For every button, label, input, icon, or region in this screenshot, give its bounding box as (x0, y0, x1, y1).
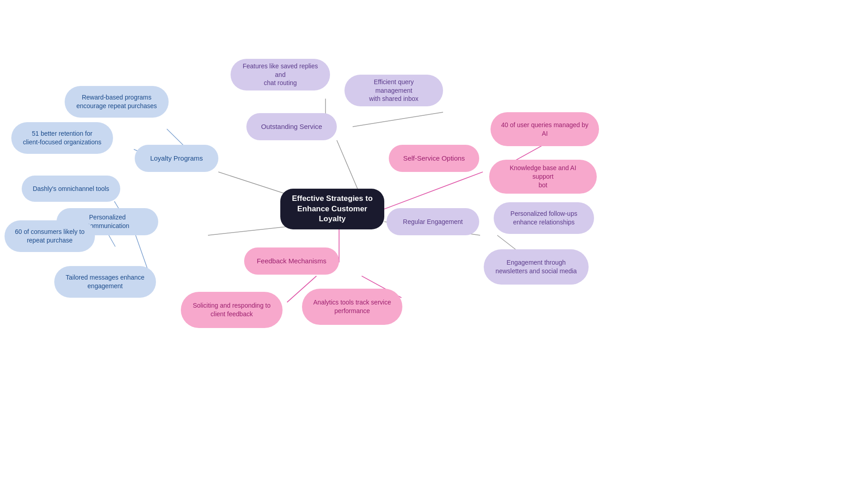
engagement-newsletters-label: Engagement through newsletters and socia… (495, 258, 577, 276)
loyalty-programs-node: Loyalty Programs (135, 145, 218, 172)
feedback-mech-node: Feedback Mechanisms (244, 247, 339, 275)
regular-engagement-node: Regular Engagement (387, 208, 479, 235)
personalized-followups-label: Personalized follow-ups enhance relation… (510, 209, 577, 227)
tailored-node: Tailored messages enhance engagement (54, 266, 156, 298)
consumers60-label: 60 of consumers likely to repeat purchas… (15, 228, 85, 245)
consumers60-node: 60 of consumers likely to repeat purchas… (5, 220, 95, 252)
analytics-node: Analytics tools track service performanc… (302, 289, 402, 325)
self-service-node: Self-Service Options (389, 145, 479, 172)
soliciting-node: Soliciting and responding to client feed… (181, 292, 283, 328)
outstanding-service-node: Outstanding Service (246, 113, 337, 140)
feedback-mech-label: Feedback Mechanisms (257, 257, 326, 266)
efficient-query-node: Efficient query management with shared i… (344, 75, 443, 106)
retention51-node: 51 better retention for client-focused o… (11, 122, 113, 154)
center-node: Effective Strategies to Enhance Customer… (280, 189, 384, 229)
soliciting-label: Soliciting and responding to client feed… (193, 301, 270, 319)
loyalty-programs-label: Loyalty Programs (150, 154, 203, 163)
center-label: Effective Strategies to Enhance Customer… (290, 194, 374, 225)
dashlys-node: Dashly's omnichannel tools (22, 176, 120, 202)
self-service-label: Self-Service Options (403, 154, 465, 163)
features-saved-label: Features like saved replies and chat rou… (241, 62, 320, 88)
retention51-label: 51 better retention for client-focused o… (23, 129, 102, 147)
knowledge-base-label: Knowledge base and AI support bot (499, 164, 587, 190)
reward-based-node: Reward-based programs encourage repeat p… (65, 86, 169, 118)
efficient-query-label: Efficient query management with shared i… (354, 78, 433, 104)
queries40-node: 40 of user queries managed by AI (491, 112, 599, 146)
svg-line-7 (353, 112, 443, 127)
queries40-label: 40 of user queries managed by AI (501, 121, 588, 138)
engagement-newsletters-node: Engagement through newsletters and socia… (484, 249, 589, 285)
tailored-label: Tailored messages enhance engagement (66, 273, 144, 290)
regular-engagement-label: Regular Engagement (403, 218, 462, 226)
features-saved-node: Features like saved replies and chat rou… (231, 59, 330, 90)
personalized-followups-node: Personalized follow-ups enhance relation… (494, 202, 594, 234)
reward-based-label: Reward-based programs encourage repeat p… (76, 93, 157, 110)
analytics-label: Analytics tools track service performanc… (313, 298, 391, 315)
dashlys-label: Dashly's omnichannel tools (33, 185, 109, 193)
outstanding-service-label: Outstanding Service (261, 122, 322, 131)
knowledge-base-node: Knowledge base and AI support bot (489, 160, 597, 194)
svg-line-5 (384, 172, 483, 209)
